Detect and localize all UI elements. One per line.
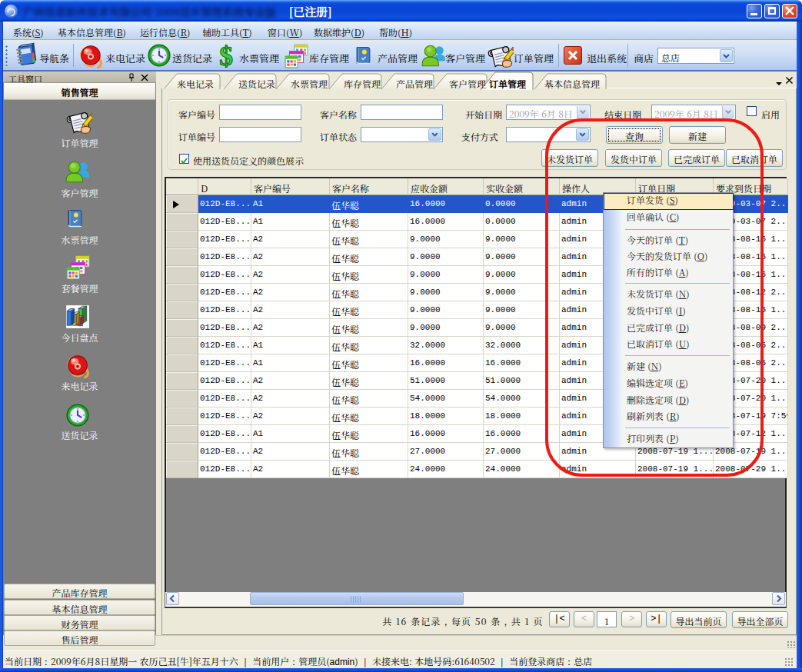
svg-text:$: $ [219, 42, 233, 70]
